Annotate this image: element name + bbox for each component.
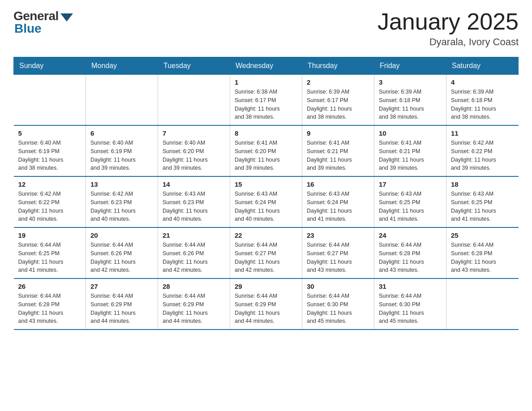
day-cell: 21Sunrise: 6:44 AM Sunset: 6:26 PM Dayli… bbox=[158, 227, 230, 278]
day-number: 17 bbox=[379, 180, 442, 188]
day-cell: 7Sunrise: 6:40 AM Sunset: 6:20 PM Daylig… bbox=[158, 125, 230, 176]
day-info: Sunrise: 6:44 AM Sunset: 6:25 PM Dayligh… bbox=[18, 241, 82, 274]
day-cell: 18Sunrise: 6:43 AM Sunset: 6:25 PM Dayli… bbox=[446, 176, 519, 227]
logo-triangle-icon bbox=[60, 13, 73, 21]
day-number: 29 bbox=[235, 283, 297, 290]
day-cell bbox=[158, 75, 230, 126]
logo-blue-text: Blue bbox=[14, 21, 42, 36]
week-row-1: 1Sunrise: 6:38 AM Sunset: 6:17 PM Daylig… bbox=[14, 75, 519, 126]
day-number: 24 bbox=[379, 231, 442, 239]
day-cell: 31Sunrise: 6:44 AM Sunset: 6:30 PM Dayli… bbox=[374, 278, 446, 330]
day-cell: 17Sunrise: 6:43 AM Sunset: 6:25 PM Dayli… bbox=[374, 176, 446, 227]
day-info: Sunrise: 6:44 AM Sunset: 6:28 PM Dayligh… bbox=[451, 241, 514, 274]
day-info: Sunrise: 6:39 AM Sunset: 6:17 PM Dayligh… bbox=[307, 88, 369, 121]
day-number: 14 bbox=[163, 180, 225, 188]
day-cell: 15Sunrise: 6:43 AM Sunset: 6:24 PM Dayli… bbox=[230, 176, 302, 227]
day-info: Sunrise: 6:39 AM Sunset: 6:18 PM Dayligh… bbox=[451, 88, 514, 121]
calendar-header: SundayMondayTuesdayWednesdayThursdayFrid… bbox=[14, 57, 519, 75]
day-cell: 23Sunrise: 6:44 AM Sunset: 6:27 PM Dayli… bbox=[302, 227, 374, 278]
day-cell: 27Sunrise: 6:44 AM Sunset: 6:29 PM Dayli… bbox=[86, 278, 158, 330]
day-cell: 24Sunrise: 6:44 AM Sunset: 6:28 PM Dayli… bbox=[374, 227, 446, 278]
header-row: SundayMondayTuesdayWednesdayThursdayFrid… bbox=[14, 57, 519, 75]
day-info: Sunrise: 6:38 AM Sunset: 6:17 PM Dayligh… bbox=[235, 88, 297, 121]
day-number: 25 bbox=[451, 231, 514, 239]
header-cell-sunday: Sunday bbox=[14, 57, 86, 75]
day-cell: 11Sunrise: 6:42 AM Sunset: 6:22 PM Dayli… bbox=[446, 125, 519, 176]
day-cell bbox=[14, 75, 86, 126]
header-cell-tuesday: Tuesday bbox=[158, 57, 230, 75]
header-cell-friday: Friday bbox=[374, 57, 446, 75]
day-cell: 12Sunrise: 6:42 AM Sunset: 6:22 PM Dayli… bbox=[14, 176, 86, 227]
day-number: 19 bbox=[18, 231, 82, 239]
day-number: 3 bbox=[379, 78, 442, 86]
day-cell: 4Sunrise: 6:39 AM Sunset: 6:18 PM Daylig… bbox=[446, 75, 519, 126]
day-number: 10 bbox=[379, 129, 442, 137]
day-number: 18 bbox=[451, 180, 514, 188]
day-info: Sunrise: 6:40 AM Sunset: 6:19 PM Dayligh… bbox=[90, 139, 153, 172]
day-number: 30 bbox=[307, 283, 369, 290]
day-info: Sunrise: 6:44 AM Sunset: 6:27 PM Dayligh… bbox=[307, 241, 369, 274]
day-number: 1 bbox=[235, 78, 297, 86]
calendar-body: 1Sunrise: 6:38 AM Sunset: 6:17 PM Daylig… bbox=[14, 75, 519, 330]
calendar-table: SundayMondayTuesdayWednesdayThursdayFrid… bbox=[13, 57, 519, 330]
day-cell: 26Sunrise: 6:44 AM Sunset: 6:28 PM Dayli… bbox=[14, 278, 86, 330]
calendar-title: January 2025 bbox=[378, 9, 519, 34]
day-cell: 29Sunrise: 6:44 AM Sunset: 6:29 PM Dayli… bbox=[230, 278, 302, 330]
day-cell: 6Sunrise: 6:40 AM Sunset: 6:19 PM Daylig… bbox=[86, 125, 158, 176]
day-cell: 25Sunrise: 6:44 AM Sunset: 6:28 PM Dayli… bbox=[446, 227, 519, 278]
day-cell: 5Sunrise: 6:40 AM Sunset: 6:19 PM Daylig… bbox=[14, 125, 86, 176]
day-number: 27 bbox=[90, 283, 153, 290]
page-header: General Blue January 2025 Dyarala, Ivory… bbox=[13, 9, 519, 48]
day-info: Sunrise: 6:44 AM Sunset: 6:28 PM Dayligh… bbox=[379, 241, 442, 274]
day-number: 5 bbox=[18, 129, 82, 137]
day-info: Sunrise: 6:40 AM Sunset: 6:19 PM Dayligh… bbox=[18, 139, 82, 172]
day-number: 21 bbox=[163, 231, 225, 239]
day-info: Sunrise: 6:43 AM Sunset: 6:25 PM Dayligh… bbox=[451, 190, 514, 223]
day-info: Sunrise: 6:44 AM Sunset: 6:26 PM Dayligh… bbox=[163, 241, 225, 274]
day-info: Sunrise: 6:40 AM Sunset: 6:20 PM Dayligh… bbox=[163, 139, 225, 172]
day-number: 2 bbox=[307, 78, 369, 86]
day-info: Sunrise: 6:44 AM Sunset: 6:27 PM Dayligh… bbox=[235, 241, 297, 274]
day-number: 22 bbox=[235, 231, 297, 239]
day-info: Sunrise: 6:42 AM Sunset: 6:23 PM Dayligh… bbox=[90, 190, 153, 223]
day-cell: 10Sunrise: 6:41 AM Sunset: 6:21 PM Dayli… bbox=[374, 125, 446, 176]
day-number: 6 bbox=[90, 129, 153, 137]
day-cell: 22Sunrise: 6:44 AM Sunset: 6:27 PM Dayli… bbox=[230, 227, 302, 278]
day-info: Sunrise: 6:44 AM Sunset: 6:30 PM Dayligh… bbox=[379, 292, 442, 325]
day-info: Sunrise: 6:42 AM Sunset: 6:22 PM Dayligh… bbox=[18, 190, 82, 223]
day-info: Sunrise: 6:39 AM Sunset: 6:18 PM Dayligh… bbox=[379, 88, 442, 121]
day-info: Sunrise: 6:42 AM Sunset: 6:22 PM Dayligh… bbox=[451, 139, 514, 172]
day-number: 23 bbox=[307, 231, 369, 239]
week-row-4: 19Sunrise: 6:44 AM Sunset: 6:25 PM Dayli… bbox=[14, 227, 519, 278]
day-number: 8 bbox=[235, 129, 297, 137]
day-cell: 2Sunrise: 6:39 AM Sunset: 6:17 PM Daylig… bbox=[302, 75, 374, 126]
header-cell-wednesday: Wednesday bbox=[230, 57, 302, 75]
header-cell-monday: Monday bbox=[86, 57, 158, 75]
header-cell-thursday: Thursday bbox=[302, 57, 374, 75]
day-cell: 19Sunrise: 6:44 AM Sunset: 6:25 PM Dayli… bbox=[14, 227, 86, 278]
day-info: Sunrise: 6:44 AM Sunset: 6:30 PM Dayligh… bbox=[307, 292, 369, 325]
week-row-5: 26Sunrise: 6:44 AM Sunset: 6:28 PM Dayli… bbox=[14, 278, 519, 330]
day-cell: 14Sunrise: 6:43 AM Sunset: 6:23 PM Dayli… bbox=[158, 176, 230, 227]
logo: General Blue bbox=[13, 9, 73, 36]
day-info: Sunrise: 6:44 AM Sunset: 6:28 PM Dayligh… bbox=[18, 292, 82, 325]
day-info: Sunrise: 6:44 AM Sunset: 6:26 PM Dayligh… bbox=[90, 241, 153, 274]
day-info: Sunrise: 6:44 AM Sunset: 6:29 PM Dayligh… bbox=[163, 292, 225, 325]
day-number: 12 bbox=[18, 180, 82, 188]
day-cell: 3Sunrise: 6:39 AM Sunset: 6:18 PM Daylig… bbox=[374, 75, 446, 126]
day-info: Sunrise: 6:44 AM Sunset: 6:29 PM Dayligh… bbox=[90, 292, 153, 325]
day-cell: 8Sunrise: 6:41 AM Sunset: 6:20 PM Daylig… bbox=[230, 125, 302, 176]
day-cell bbox=[446, 278, 519, 330]
day-info: Sunrise: 6:43 AM Sunset: 6:24 PM Dayligh… bbox=[235, 190, 297, 223]
day-info: Sunrise: 6:43 AM Sunset: 6:23 PM Dayligh… bbox=[163, 190, 225, 223]
day-cell: 16Sunrise: 6:43 AM Sunset: 6:24 PM Dayli… bbox=[302, 176, 374, 227]
week-row-2: 5Sunrise: 6:40 AM Sunset: 6:19 PM Daylig… bbox=[14, 125, 519, 176]
week-row-3: 12Sunrise: 6:42 AM Sunset: 6:22 PM Dayli… bbox=[14, 176, 519, 227]
title-block: January 2025 Dyarala, Ivory Coast bbox=[378, 9, 519, 48]
day-number: 20 bbox=[90, 231, 153, 239]
day-cell bbox=[86, 75, 158, 126]
day-cell: 1Sunrise: 6:38 AM Sunset: 6:17 PM Daylig… bbox=[230, 75, 302, 126]
day-info: Sunrise: 6:41 AM Sunset: 6:20 PM Dayligh… bbox=[235, 139, 297, 172]
day-cell: 9Sunrise: 6:41 AM Sunset: 6:21 PM Daylig… bbox=[302, 125, 374, 176]
day-info: Sunrise: 6:43 AM Sunset: 6:25 PM Dayligh… bbox=[379, 190, 442, 223]
